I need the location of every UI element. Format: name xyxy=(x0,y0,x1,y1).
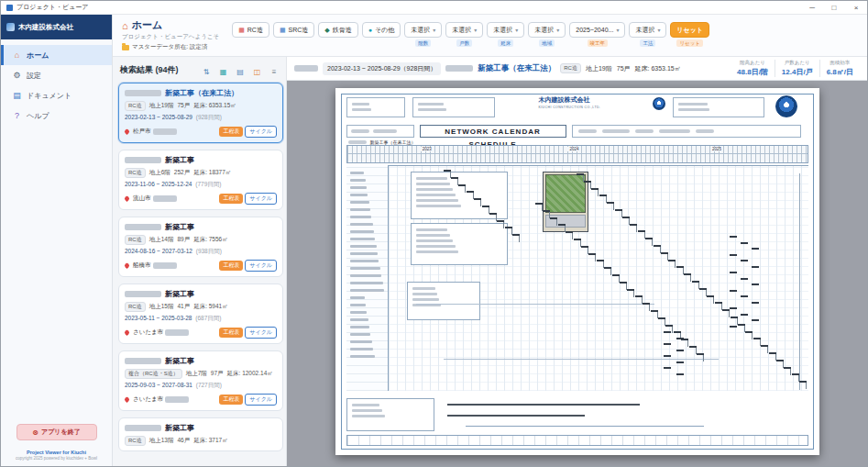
project-type-label: 新築工事 xyxy=(165,423,194,433)
cycle-badge[interactable]: サイクル xyxy=(245,260,277,272)
sidebar-item[interactable]: ⚙ 設定 xyxy=(1,65,112,85)
maximize-button[interactable]: □ xyxy=(823,1,845,14)
results-header: 検索結果 (94件) ⇅ ▦ ▤ ◫ xyxy=(113,57,286,81)
chevron-down-icon: ▾ xyxy=(616,27,619,33)
area-label: 延床: 6353.15㎡ xyxy=(635,64,681,73)
filter-dropdown[interactable]: 2025~2040... ▾ xyxy=(569,22,625,38)
company-logo-icon xyxy=(6,23,15,31)
sidebar-nav: ⌂ ホーム ⚙ 設定 ▤ ドキュメント ? ヘ xyxy=(1,39,112,126)
project-card[interactable]: 新築工事 複合（RC造・S造） 地上7階 97戸 延床: 12002.14㎡ 2… xyxy=(118,350,283,411)
schedule-drawing-page: 木内建設株式会社 KIUCHI CONSTRUCTION CO.,LTD. NE… xyxy=(335,88,819,455)
structure-filter-button[interactable]: ◆ 鉄骨造 xyxy=(318,22,357,38)
filter-dropdown[interactable]: 未選択 ▾ xyxy=(487,22,524,38)
schedule-badge[interactable]: 工程表 xyxy=(219,127,243,137)
project-card[interactable]: 新築工事 RC造 地上13階 46戸 延床: 3717㎡ xyxy=(118,417,283,451)
redacted-project-name xyxy=(125,157,161,163)
structure-filter-button[interactable]: ▦ SRC造 xyxy=(273,22,314,38)
sidebar-item-icon: ⚙ xyxy=(12,71,22,80)
floors-label: 地上6階 xyxy=(149,169,170,177)
structure-badge: RC造 xyxy=(125,302,146,312)
project-type-label: 新築工事 xyxy=(165,155,194,165)
structure-badge: RC造 xyxy=(125,101,146,111)
project-detail: 2023-02-13 ~ 2025-08-29（928日間） 新築工事（在来工法… xyxy=(287,57,867,466)
redacted-table xyxy=(346,398,434,431)
window-titlebar[interactable]: プロジェクト・ビューア ─ □ × xyxy=(1,1,867,15)
location-pin-icon xyxy=(124,329,130,336)
results-tool-icon[interactable]: ▦ xyxy=(217,66,230,78)
document-viewer[interactable]: 木内建設株式会社 KIUCHI CONSTRUCTION CO.,LTD. NE… xyxy=(287,81,867,466)
footer-cells xyxy=(346,435,808,446)
master-data-status: マスターデータ所在: 設定済 xyxy=(122,43,219,51)
power-icon: ⊗ xyxy=(32,428,38,437)
kpi-label: 戸数あたり xyxy=(782,60,813,66)
project-card[interactable]: 新築工事 RC造 地上14階 89戸 延床: 7556㎡ 2024-08-16 … xyxy=(118,217,283,277)
exit-app-button[interactable]: ⊗ アプリを終了 xyxy=(16,424,97,440)
app-window: プロジェクト・ビューア ─ □ × 木内建設株式会社 ⌂ ホーム xyxy=(0,0,868,467)
filter-tag: 地域 xyxy=(539,39,555,47)
filter-dropdown[interactable]: 未選択 ▾ xyxy=(445,22,483,38)
sidebar-item[interactable]: ▤ ドキュメント xyxy=(1,85,112,106)
schedule-badge[interactable]: 工程表 xyxy=(219,395,243,405)
project-card[interactable]: 新築工事 RC造 地上15階 41戸 延床: 5941㎡ 2023-05-11 … xyxy=(118,284,283,344)
folder-icon xyxy=(122,45,129,50)
schedule-badge[interactable]: 工程表 xyxy=(219,261,243,271)
units-label: 41戸 xyxy=(177,303,190,311)
results-tool-icon[interactable]: ◫ xyxy=(251,66,264,78)
city-label: さいたま市 xyxy=(133,328,163,337)
filter-dropdown[interactable]: 未選択 ▾ xyxy=(528,22,566,38)
floors-label: 地上13階 xyxy=(149,437,174,445)
cycle-badge[interactable]: サイクル xyxy=(245,394,277,406)
project-type-label: 新築工事 xyxy=(165,222,194,232)
units-label: 75戸 xyxy=(617,64,631,73)
project-card[interactable]: 新築工事（在来工法） RC造 地上19階 75戸 延床: 6353.15㎡ 20… xyxy=(118,83,283,143)
units-label: 252戸 xyxy=(174,169,190,177)
minimize-button[interactable]: ─ xyxy=(801,1,823,14)
filter-dropdown[interactable]: 未選択 ▾ xyxy=(629,22,666,38)
task-name-column xyxy=(346,165,389,391)
redacted-table xyxy=(412,97,495,117)
page-header: ⌂ ホーム プロジェクト・ビューアへようこそ マスターデータ所在: 設定済 xyxy=(122,18,219,51)
floors-label: 地上14階 xyxy=(149,236,174,244)
redacted-code xyxy=(294,65,318,72)
structure-filter-button[interactable]: ▦ RC造 xyxy=(232,22,269,38)
window-title: プロジェクト・ビューア xyxy=(16,3,797,12)
results-tool-icon[interactable]: ≡ xyxy=(268,66,280,78)
schedule-badge[interactable]: 工程表 xyxy=(219,194,243,204)
project-card[interactable]: 新築工事 RC造 地上6階 252戸 延床: 18377㎡ 2023-11-06… xyxy=(118,150,283,210)
filter-dropdown-value: 未選択 xyxy=(635,26,654,35)
reset-filters-button[interactable]: リセット xyxy=(670,22,709,38)
network-diagram xyxy=(389,165,808,391)
units-label: 75戸 xyxy=(177,102,190,110)
cycle-badge[interactable]: サイクル xyxy=(245,193,277,205)
schedule-badge[interactable]: 工程表 xyxy=(219,328,243,338)
close-button[interactable]: × xyxy=(845,1,867,14)
period-label: 2025-09-03 ~ 2027-08-31 xyxy=(125,382,192,388)
redacted-cells xyxy=(572,125,801,138)
project-type-label: 新築工事 xyxy=(165,289,194,299)
sidebar-item[interactable]: ⌂ ホーム xyxy=(1,45,112,65)
structure-filter-label: RC造 xyxy=(247,26,263,35)
results-tool-icon[interactable]: ▤ xyxy=(234,66,247,78)
duration-label: (779日間) xyxy=(195,181,221,187)
duration-label: (687日間) xyxy=(195,315,221,321)
duration-label: (727日間) xyxy=(196,382,222,388)
filter-dropdown-value: 未選択 xyxy=(493,26,512,35)
chevron-down-icon: ▾ xyxy=(433,27,435,33)
kpi-label: 階高あたり xyxy=(737,60,768,66)
kpi-value: 48.8日/階 xyxy=(737,67,768,77)
results-tool-icon[interactable]: ⇅ xyxy=(200,66,213,78)
filter-tag: 戸数 xyxy=(456,39,472,47)
project-list[interactable]: 新築工事（在来工法） RC造 地上19階 75戸 延床: 6353.15㎡ 20… xyxy=(113,81,286,466)
drawing-title: NETWORK CALENDAR SCHEDULE xyxy=(420,125,566,138)
filter-dropdown[interactable]: 未選択 ▾ xyxy=(404,22,442,38)
sidebar-item[interactable]: ? ヘルプ xyxy=(1,106,112,126)
sidebar-footer: Project Viewer for Kiuchi copyright 2025… xyxy=(1,450,112,461)
cycle-badge[interactable]: サイクル xyxy=(245,126,277,138)
structure-filter-button[interactable]: ● その他 xyxy=(362,22,401,38)
period-label: 2024-08-16 ~ 2027-03-12 xyxy=(125,248,192,254)
period-label: 2023-02-13 ~ 2025-08-29 xyxy=(125,114,192,120)
cycle-badge[interactable]: サイクル xyxy=(245,327,277,339)
duration-label: (928日間) xyxy=(196,114,222,120)
units-label: 46戸 xyxy=(177,437,190,445)
welcome-text: プロジェクト・ビューアへようこそ xyxy=(122,33,219,41)
